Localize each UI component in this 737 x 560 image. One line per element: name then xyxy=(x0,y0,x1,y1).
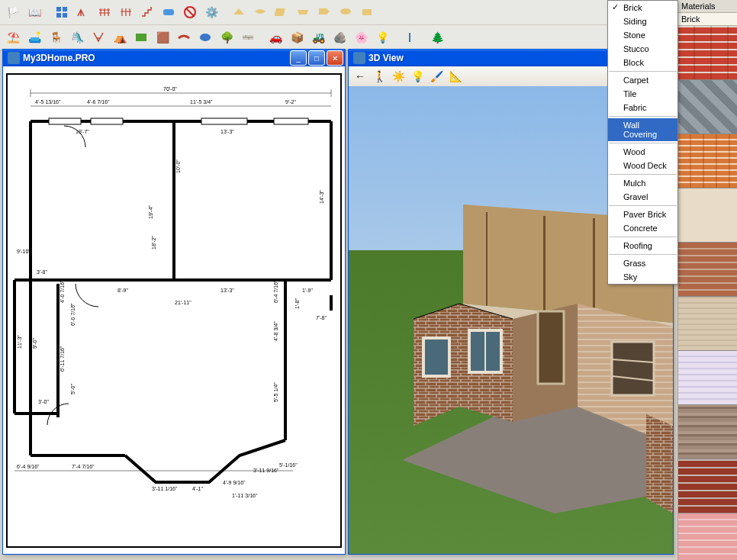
plan-titlebar[interactable]: My3DHome.PRO _ □ ✕ xyxy=(3,50,345,66)
tool-shape4-icon[interactable] xyxy=(293,3,313,21)
material-swatch[interactable] xyxy=(678,297,737,351)
tool-post-icon[interactable] xyxy=(400,28,420,47)
menu-item-wall-covering[interactable]: Wall Covering xyxy=(608,118,677,141)
svg-text:4'-6 7/16": 4'-6 7/16" xyxy=(87,99,110,105)
floor-plan-canvas[interactable]: 70'-0" 4'-5 13/16" 4'-6 7/16" 11'-5 3/4"… xyxy=(3,66,345,554)
svg-text:5'-0": 5'-0" xyxy=(70,384,76,394)
svg-rect-1 xyxy=(63,7,67,11)
material-swatch[interactable] xyxy=(678,26,737,80)
tool-shape7-icon[interactable] xyxy=(357,3,377,21)
menu-item-concrete[interactable]: Concrete xyxy=(608,221,677,235)
tool-box-icon[interactable]: 📦 xyxy=(287,28,307,47)
menu-item-stucco[interactable]: Stucco xyxy=(608,42,677,56)
svg-text:13'-3": 13'-3" xyxy=(220,288,234,293)
tool-fence3-icon[interactable] xyxy=(116,3,136,21)
svg-line-6 xyxy=(186,8,194,16)
material-swatch[interactable] xyxy=(678,243,737,297)
menu-item-wood[interactable]: Wood xyxy=(608,145,677,159)
material-swatch[interactable] xyxy=(678,134,737,188)
menu-item-grass[interactable]: Grass xyxy=(608,256,677,270)
menu-item-carpet[interactable]: Carpet xyxy=(608,73,677,87)
materials-category[interactable]: Brick xyxy=(678,13,737,26)
tool-shape5-icon[interactable] xyxy=(314,3,334,21)
tool-gazebo-icon[interactable]: ⛺ xyxy=(110,28,130,47)
tool-tree-icon[interactable]: 🌲 xyxy=(427,28,447,47)
tool-rock-icon[interactable]: 🪨 xyxy=(330,28,349,47)
tool-tractor-icon[interactable]: 🚜 xyxy=(308,28,328,47)
svg-text:1'-8": 1'-8" xyxy=(294,298,300,309)
svg-text:21'-11": 21'-11" xyxy=(175,300,191,305)
svg-marker-72 xyxy=(486,212,488,307)
tool-bush-icon[interactable]: 🌳 xyxy=(217,28,237,47)
menu-item-brick[interactable]: Brick xyxy=(608,1,677,14)
material-swatch[interactable] xyxy=(678,459,737,513)
tool-umbrella-icon[interactable]: ⛱️ xyxy=(3,28,23,47)
svg-text:9'-0": 9'-0" xyxy=(32,338,37,349)
tool-car-icon[interactable]: 🚗 xyxy=(266,28,285,47)
material-swatch[interactable] xyxy=(678,351,737,405)
menu-item-sky[interactable]: Sky xyxy=(608,270,677,284)
tool-swing-icon[interactable] xyxy=(89,28,108,47)
menu-item-stone[interactable]: Stone xyxy=(608,28,677,42)
material-swatch[interactable] xyxy=(678,513,737,560)
menu-item-gravel[interactable]: Gravel xyxy=(608,190,677,204)
bulb-icon[interactable]: 💡 xyxy=(409,69,426,84)
svg-text:6'-11 7/16": 6'-11 7/16" xyxy=(60,346,65,372)
minimize-button[interactable]: _ xyxy=(290,50,307,66)
tool-book-icon[interactable]: 📖 xyxy=(24,3,44,21)
tool-flower-icon[interactable]: 🌸 xyxy=(351,28,371,47)
svg-marker-87 xyxy=(646,414,673,513)
plan-content[interactable]: 70'-0" 4'-5 13/16" 4'-6 7/16" 11'-5 3/4"… xyxy=(3,66,345,554)
material-swatch[interactable] xyxy=(678,188,737,243)
brush-icon[interactable]: 🖌️ xyxy=(428,69,445,84)
tool-pond-icon[interactable] xyxy=(195,28,215,47)
menu-item-tile[interactable]: Tile xyxy=(608,87,677,101)
menu-item-fabric[interactable]: Fabric xyxy=(608,101,677,114)
tool-grid-icon[interactable] xyxy=(52,3,72,21)
menu-item-roofing[interactable]: Roofing xyxy=(608,239,677,253)
svg-rect-84 xyxy=(612,342,654,395)
menu-item-mulch[interactable]: Mulch xyxy=(608,176,677,190)
material-swatch[interactable] xyxy=(678,405,737,459)
tool-gear-icon[interactable]: ⚙️ xyxy=(201,3,221,21)
measure-icon[interactable]: 📐 xyxy=(447,69,464,84)
tool-chair-icon[interactable]: 🪑 xyxy=(46,28,66,47)
plan-window-icon xyxy=(8,52,20,64)
menu-item-siding[interactable]: Siding xyxy=(608,14,677,28)
svg-text:6'-4 9/16": 6'-4 9/16" xyxy=(17,464,40,469)
tool-path-icon[interactable] xyxy=(174,28,194,47)
tool-shape1-icon[interactable] xyxy=(229,3,249,21)
tool-wall-icon[interactable] xyxy=(238,28,258,47)
tool-flag-icon[interactable]: 🏳️ xyxy=(3,3,23,21)
svg-text:18'-2": 18'-2" xyxy=(151,236,156,249)
tool-light-icon[interactable]: 💡 xyxy=(372,28,392,47)
tool-fence1-icon[interactable] xyxy=(73,3,93,21)
tool-lawn-icon[interactable] xyxy=(131,28,151,47)
sun-icon[interactable]: ☀️ xyxy=(390,69,407,84)
svg-text:8'-9": 8'-9" xyxy=(117,288,128,293)
tool-bench-icon[interactable]: 🛋️ xyxy=(24,28,44,47)
menu-item-block[interactable]: Block xyxy=(608,56,677,69)
tool-shape6-icon[interactable] xyxy=(336,3,356,21)
walk-icon[interactable]: 🚶 xyxy=(371,69,388,84)
tool-sandbox-icon[interactable]: 🟫 xyxy=(153,28,172,47)
arrow-left-icon[interactable]: ← xyxy=(352,69,368,84)
menu-item-paver-brick[interactable]: Paver Brick xyxy=(608,208,677,221)
svg-text:14'-3": 14'-3" xyxy=(319,190,324,204)
dim-top-overall: 70'-0" xyxy=(163,86,177,92)
tool-nosign-icon[interactable] xyxy=(180,3,200,21)
close-button[interactable]: ✕ xyxy=(327,50,343,66)
svg-text:5'-1/16": 5'-1/16" xyxy=(279,462,298,468)
svg-rect-18 xyxy=(49,118,81,124)
menu-item-wood-deck[interactable]: Wood Deck xyxy=(608,159,677,172)
svg-marker-73 xyxy=(543,216,546,311)
material-swatch[interactable] xyxy=(678,80,737,134)
tool-pool-icon[interactable] xyxy=(159,3,179,21)
tool-fence2-icon[interactable] xyxy=(95,3,114,21)
maximize-button[interactable]: □ xyxy=(308,50,325,66)
tool-shape2-icon[interactable] xyxy=(250,3,270,21)
tool-shape3-icon[interactable] xyxy=(272,3,291,21)
tool-stairs-icon[interactable] xyxy=(137,3,157,21)
view3d-window-icon xyxy=(353,52,365,64)
tool-slide-icon[interactable]: 🛝 xyxy=(67,28,87,47)
